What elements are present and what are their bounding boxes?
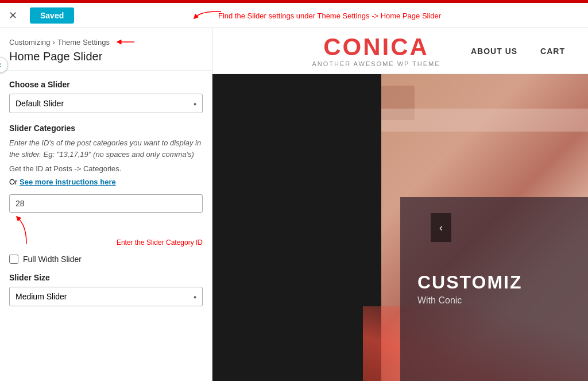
preview-area: CONICA ANOTHER AWESOME WP THEME ABOUT US… <box>212 28 588 381</box>
main-layout: ‹ Customizing › Theme Settings Home Pag <box>0 28 588 381</box>
sidebar-content: Choose a Slider Default Slider Layer Sli… <box>0 71 212 326</box>
slider-sub-text: With Conic <box>417 295 571 306</box>
instruction-text: Find the Slider settings under Theme Set… <box>218 11 441 20</box>
slider-categories-desc: Enter the ID's of the post categories yo… <box>9 137 203 160</box>
slider-main-text: CUSTOMIZ <box>417 272 571 293</box>
nav-cart[interactable]: CART <box>540 47 565 56</box>
back-icon: ‹ <box>0 60 2 70</box>
sidebar-title: Home Page Slider <box>9 50 203 63</box>
close-button[interactable]: ✕ <box>0 3 25 28</box>
slider-prev-btn[interactable]: ‹ <box>431 213 451 242</box>
slider-categories-label: Slider Categories <box>9 124 203 133</box>
breadcrumb-part2: Theme Settings <box>57 38 110 47</box>
full-width-label: Full Width Slider <box>23 255 82 264</box>
logo-tagline: ANOTHER AWESOME WP THEME <box>312 60 440 67</box>
full-width-row: Full Width Slider <box>9 255 203 264</box>
slider-size-select[interactable]: Medium Slider Large Slider Small Slider <box>9 287 203 306</box>
preview-nav: ABOUT US CART <box>471 47 565 56</box>
annotation-label: Enter the Slider Category ID <box>117 238 203 247</box>
breadcrumb: Customizing › Theme Settings <box>9 36 203 48</box>
breadcrumb-part1: Customizing <box>9 38 51 47</box>
top-bar: ✕ Saved Find the Slider settings under T… <box>0 3 588 28</box>
preview-slider: CUSTOMIZ With Conic ‹ <box>212 74 588 381</box>
category-input-wrapper <box>9 194 203 213</box>
choose-slider-label: Choose a Slider <box>9 80 203 89</box>
slider-size-label: Slider Size <box>9 273 203 282</box>
slider-select-wrapper: Default Slider Layer Slider Revolution S… <box>9 94 203 113</box>
slider-overlay: CUSTOMIZ With Conic <box>400 197 588 381</box>
preview-header: CONICA ANOTHER AWESOME WP THEME ABOUT US… <box>212 28 588 74</box>
saved-button[interactable]: Saved <box>30 7 74 24</box>
breadcrumb-arrow <box>114 36 137 48</box>
decor2 <box>363 109 588 132</box>
full-width-checkbox[interactable] <box>9 255 18 264</box>
category-input[interactable] <box>9 194 203 213</box>
annotation-area: Enter the Slider Category ID <box>9 215 203 247</box>
breadcrumb-separator: › <box>53 38 55 47</box>
preview-logo: CONICA ANOTHER AWESOME WP THEME <box>312 35 440 67</box>
sidebar-header: Customizing › Theme Settings Home Page S… <box>0 28 212 71</box>
slider-select[interactable]: Default Slider Layer Slider Revolution S… <box>9 94 203 113</box>
slider-size-wrapper: Medium Slider Large Slider Small Slider … <box>9 287 203 306</box>
slider-bg-dark <box>212 74 381 381</box>
get-id-text: Get the ID at Posts -> Categories. <box>9 164 203 173</box>
see-more-prefix: Or <box>9 178 20 186</box>
see-more-container: Or See more instructions here <box>9 178 203 186</box>
logo-text: CONICA <box>323 35 429 59</box>
sidebar: ‹ Customizing › Theme Settings Home Pag <box>0 28 212 381</box>
nav-about[interactable]: ABOUT US <box>471 47 517 56</box>
see-more-link[interactable]: See more instructions here <box>20 178 116 186</box>
